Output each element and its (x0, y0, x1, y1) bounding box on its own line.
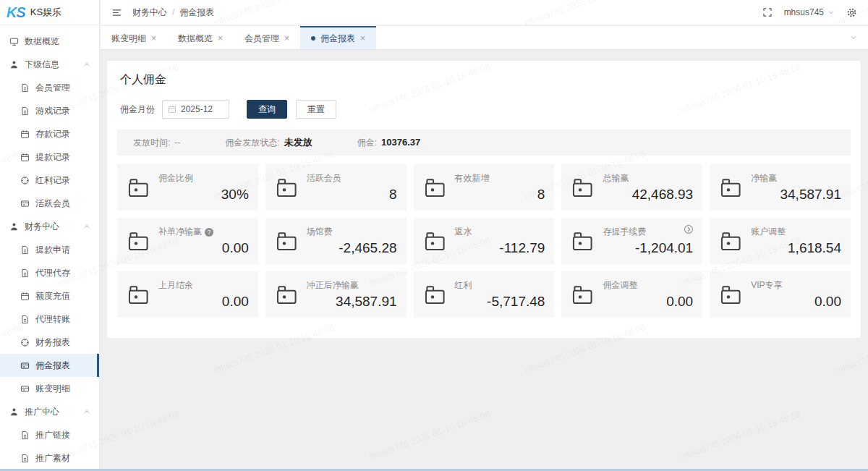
tabbar-dropdown[interactable] (850, 26, 868, 49)
stat-label: VIP专享 (751, 279, 782, 292)
chevron-down-icon (827, 9, 835, 16)
stat-card-body: 返水-112.79 (455, 226, 545, 256)
stat-label: 存提手续费 (603, 226, 646, 238)
stat-label: 总输赢 (603, 172, 629, 184)
sidebar-item-sub-info[interactable]: 下级信息 (0, 53, 99, 76)
tab-data-overview[interactable]: 数据概览× (167, 26, 234, 49)
sidebar-item-withdrawal-request[interactable]: 提款申请 (0, 238, 99, 261)
sidebar-item-quota-recharge[interactable]: 额度充值 (0, 284, 99, 307)
expand-arrow-icon[interactable] (684, 224, 694, 234)
sidebar-item-label: 佣金报表 (35, 360, 70, 372)
sidebar-item-withdrawal-records[interactable]: 提款记录 (0, 145, 99, 169)
wallet-icon (127, 284, 150, 305)
sidebar-item-account-changes[interactable]: 账变明细 (0, 377, 99, 400)
sidebar-item-finance-report[interactable]: 财务报表 (0, 331, 99, 354)
stat-value: 34,587.91 (307, 294, 397, 310)
sidebar-item-agent-deposit[interactable]: 代理代存 (0, 261, 99, 284)
user-menu[interactable]: mhsus745 (784, 7, 835, 17)
tab-commission-report[interactable]: 佣金报表× (300, 26, 376, 49)
close-icon[interactable]: × (360, 33, 365, 43)
sidebar-item-label: 红利记录 (35, 174, 70, 187)
stat-card-vip-exclusive: VIP专享0.00 (710, 271, 851, 318)
stat-value: 0.00 (158, 240, 249, 256)
watermark: mhsus745 2026-01-10 15:48:08 (367, 409, 491, 462)
stat-cards-grid: 佣金比例30%活跃会员8有效新增8总输赢42,468.93净输赢34,587.9… (117, 164, 851, 318)
stat-card-account-adjustment: 账户调整1,618.54 (710, 218, 851, 264)
doc-icon (20, 106, 30, 116)
stat-label: 佣金比例 (158, 172, 193, 184)
breadcrumb: 财务中心 / 佣金报表 (132, 7, 214, 19)
sidebar-item-label: 账变明细 (35, 383, 70, 395)
calendar-icon (20, 130, 30, 139)
stat-label: 冲正后净输赢 (307, 279, 359, 292)
tab-account-changes[interactable]: 账变明细× (101, 26, 167, 49)
sidebar-menu: 数据概览下级信息会员管理游戏记录存款记录提款记录红利记录活跃会员财务中心提款申请… (0, 25, 99, 470)
sidebar-item-data-overview[interactable]: 数据概览 (0, 30, 99, 53)
tabs-container: 账变明细×数据概览×会员管理×佣金报表× (101, 26, 376, 49)
stat-value: -1,204.01 (603, 240, 693, 256)
sidebar-item-label: 额度充值 (35, 290, 70, 302)
close-icon[interactable]: × (284, 33, 289, 43)
fullscreen-icon[interactable] (762, 7, 773, 17)
stat-card-body: 场馆费-2,465.28 (307, 226, 397, 256)
tab-label: 会员管理 (244, 33, 279, 45)
tab-bar: 账变明细×数据概览×会员管理×佣金报表× (101, 26, 868, 50)
issue-time: 发放时间: -- (133, 137, 180, 149)
stat-card-last-month-balance: 上月结余0.00 (117, 271, 258, 318)
sidebar-item-bonus-records[interactable]: 红利记录 (0, 169, 99, 192)
sidebar-item-promotion-materials[interactable]: 推广素材 (0, 446, 99, 470)
month-picker[interactable]: 2025-12 (162, 100, 229, 119)
gear-icon[interactable] (846, 7, 857, 18)
stat-label: 活跃会员 (307, 172, 341, 184)
sidebar-item-member-management[interactable]: 会员管理 (0, 76, 99, 99)
commission-total: 佣金: 10376.37 (357, 137, 421, 149)
stat-value: 0.00 (158, 294, 249, 310)
stat-value: -112.79 (455, 240, 545, 256)
sidebar-item-promotion-links[interactable]: 推广链接 (0, 423, 99, 446)
brand[interactable]: KS KS娱乐 (0, 0, 99, 25)
stat-card-body: 上月结余0.00 (158, 279, 249, 310)
breadcrumb-item[interactable]: 财务中心 (132, 7, 167, 19)
chevron-up-icon (83, 408, 90, 415)
sidebar-item-label: 提款申请 (35, 244, 70, 256)
close-icon[interactable]: × (151, 33, 156, 43)
stat-card-body: 冲正后净输赢34,587.91 (307, 279, 397, 310)
stat-label: 返水 (455, 226, 472, 238)
issue-status: 佣金发放状态: 未发放 (225, 136, 312, 149)
sidebar-item-promotion-center[interactable]: 推广中心 (0, 400, 99, 423)
close-icon[interactable]: × (218, 33, 223, 43)
tab-label: 佣金报表 (320, 33, 355, 45)
issue-time-label: 发放时间: (133, 137, 170, 149)
wallet-icon (719, 231, 743, 252)
doc-icon (20, 430, 30, 440)
sidebar-item-label: 游戏记录 (35, 105, 70, 117)
sidebar-item-active-members[interactable]: 活跃会员 (0, 192, 99, 215)
wallet-icon (571, 177, 595, 198)
stat-card-body: 佣金比例30% (158, 172, 249, 203)
sidebar-item-commission-report[interactable]: 佣金报表 (0, 354, 99, 377)
card-icon (20, 384, 30, 394)
sidebar-item-agent-transfer[interactable]: 代理转账 (0, 307, 99, 331)
sidebar-item-label: 提款记录 (35, 151, 70, 164)
menu-toggle-icon[interactable] (111, 7, 122, 18)
tab-member-management[interactable]: 会员管理× (234, 26, 300, 49)
stat-label: 净输赢 (751, 172, 777, 184)
stat-card-body: 补单净输赢?0.00 (158, 226, 249, 256)
sidebar-item-label: 存款记录 (35, 128, 70, 140)
help-icon[interactable]: ? (205, 228, 213, 237)
reset-button[interactable]: 重置 (296, 100, 336, 119)
calendar-icon (168, 105, 176, 114)
query-button[interactable]: 查询 (247, 100, 287, 119)
doc-icon (20, 454, 30, 463)
sidebar-item-game-records[interactable]: 游戏记录 (0, 99, 99, 122)
chevron-up-icon (83, 61, 90, 68)
stat-label: 上月结余 (158, 279, 193, 292)
summary-bar: 发放时间: -- 佣金发放状态: 未发放 佣金: 10376.37 (117, 130, 851, 156)
username: mhsus745 (784, 7, 824, 17)
sidebar-item-finance-center[interactable]: 财务中心 (0, 215, 99, 238)
issue-time-value: -- (174, 137, 180, 148)
chevron-down-icon (850, 34, 857, 41)
issue-status-label: 佣金发放状态: (225, 137, 279, 149)
tab-label: 数据概览 (178, 33, 213, 45)
sidebar-item-deposit-records[interactable]: 存款记录 (0, 122, 99, 145)
